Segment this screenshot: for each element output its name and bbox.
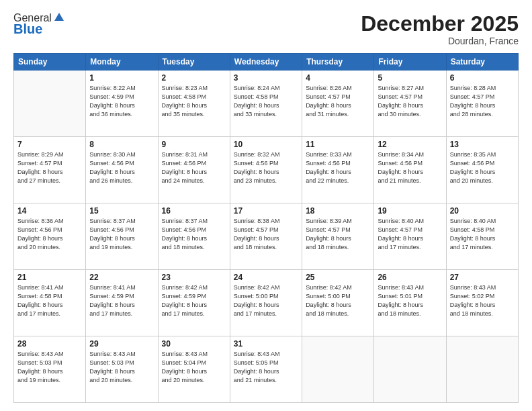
calendar-cell-w1-d4: 3Sunrise: 8:24 AMSunset: 4:58 PMDaylight… — [230, 71, 302, 137]
calendar-cell-w4-d4: 24Sunrise: 8:42 AMSunset: 5:00 PMDayligh… — [230, 270, 302, 336]
calendar-cell-w3-d5: 18Sunrise: 8:39 AMSunset: 4:57 PMDayligh… — [302, 203, 374, 270]
day-info: Sunrise: 8:24 AMSunset: 4:58 PMDaylight:… — [234, 84, 298, 119]
calendar-cell-w3-d7: 20Sunrise: 8:40 AMSunset: 4:58 PMDayligh… — [446, 203, 518, 270]
day-number: 27 — [450, 273, 515, 282]
day-number: 23 — [162, 273, 226, 282]
day-number: 26 — [378, 273, 442, 282]
calendar-cell-w5-d1: 28Sunrise: 8:43 AMSunset: 5:03 PMDayligh… — [14, 336, 86, 403]
day-info: Sunrise: 8:43 AMSunset: 5:01 PMDaylight:… — [378, 283, 442, 318]
calendar-cell-w2-d6: 12Sunrise: 8:34 AMSunset: 4:56 PMDayligh… — [374, 137, 446, 203]
day-number: 4 — [306, 73, 370, 83]
logo-blue-text: Blue — [13, 21, 42, 37]
day-info: Sunrise: 8:29 AMSunset: 4:57 PMDaylight:… — [17, 150, 82, 185]
calendar-cell-w4-d5: 25Sunrise: 8:42 AMSunset: 5:00 PMDayligh… — [302, 270, 374, 336]
calendar-cell-w3-d2: 15Sunrise: 8:37 AMSunset: 4:56 PMDayligh… — [86, 203, 158, 270]
day-number: 22 — [89, 273, 154, 282]
day-info: Sunrise: 8:33 AMSunset: 4:56 PMDaylight:… — [306, 150, 370, 185]
day-number: 30 — [162, 339, 226, 349]
calendar-cell-w5-d5 — [302, 336, 374, 403]
day-info: Sunrise: 8:40 AMSunset: 4:58 PMDaylight:… — [450, 217, 515, 252]
calendar-cell-w4-d2: 22Sunrise: 8:41 AMSunset: 4:59 PMDayligh… — [86, 270, 158, 336]
calendar-cell-w3-d4: 17Sunrise: 8:38 AMSunset: 4:57 PMDayligh… — [230, 203, 302, 270]
calendar-cell-w1-d6: 5Sunrise: 8:27 AMSunset: 4:57 PMDaylight… — [374, 71, 446, 137]
calendar-cell-w1-d5: 4Sunrise: 8:26 AMSunset: 4:57 PMDaylight… — [302, 71, 374, 137]
day-number: 10 — [234, 140, 298, 149]
calendar-cell-w5-d6 — [374, 336, 446, 403]
day-number: 7 — [17, 140, 82, 149]
col-friday: Friday — [374, 54, 446, 71]
calendar-cell-w4-d3: 23Sunrise: 8:42 AMSunset: 4:59 PMDayligh… — [158, 270, 230, 336]
day-number: 3 — [234, 73, 298, 83]
day-info: Sunrise: 8:43 AMSunset: 5:05 PMDaylight:… — [234, 350, 298, 385]
week-row-1: 1Sunrise: 8:22 AMSunset: 4:59 PMDaylight… — [14, 71, 519, 137]
calendar-cell-w3-d3: 16Sunrise: 8:37 AMSunset: 4:56 PMDayligh… — [158, 203, 230, 270]
day-info: Sunrise: 8:32 AMSunset: 4:56 PMDaylight:… — [234, 150, 298, 185]
day-info: Sunrise: 8:28 AMSunset: 4:57 PMDaylight:… — [450, 84, 515, 119]
col-sunday: Sunday — [14, 54, 86, 71]
day-info: Sunrise: 8:42 AMSunset: 5:00 PMDaylight:… — [234, 283, 298, 318]
day-number: 6 — [450, 73, 515, 83]
day-number: 18 — [306, 206, 370, 216]
day-info: Sunrise: 8:43 AMSunset: 5:02 PMDaylight:… — [450, 283, 515, 318]
logo: General Blue — [13, 12, 65, 37]
week-row-4: 21Sunrise: 8:41 AMSunset: 4:58 PMDayligh… — [14, 270, 519, 336]
svg-marker-0 — [54, 13, 64, 21]
day-number: 14 — [17, 206, 82, 216]
day-number: 2 — [162, 73, 226, 83]
day-info: Sunrise: 8:27 AMSunset: 4:57 PMDaylight:… — [378, 84, 442, 119]
day-info: Sunrise: 8:43 AMSunset: 5:04 PMDaylight:… — [162, 350, 226, 385]
day-number: 28 — [17, 339, 82, 349]
day-info: Sunrise: 8:40 AMSunset: 4:57 PMDaylight:… — [378, 217, 442, 252]
day-info: Sunrise: 8:41 AMSunset: 4:59 PMDaylight:… — [89, 283, 154, 318]
calendar-cell-w2-d5: 11Sunrise: 8:33 AMSunset: 4:56 PMDayligh… — [302, 137, 374, 203]
day-number: 11 — [306, 140, 370, 149]
day-number: 8 — [89, 140, 154, 149]
calendar-cell-w5-d2: 29Sunrise: 8:43 AMSunset: 5:03 PMDayligh… — [86, 336, 158, 403]
month-title: December 2025 — [361, 12, 519, 36]
day-number: 24 — [234, 273, 298, 282]
day-number: 13 — [450, 140, 515, 149]
day-info: Sunrise: 8:23 AMSunset: 4:58 PMDaylight:… — [162, 84, 226, 119]
calendar-cell-w4-d7: 27Sunrise: 8:43 AMSunset: 5:02 PMDayligh… — [446, 270, 518, 336]
day-number: 17 — [234, 206, 298, 216]
day-info: Sunrise: 8:30 AMSunset: 4:56 PMDaylight:… — [89, 150, 154, 185]
day-number: 16 — [162, 206, 226, 216]
day-number: 20 — [450, 206, 515, 216]
calendar-cell-w2-d3: 9Sunrise: 8:31 AMSunset: 4:56 PMDaylight… — [158, 137, 230, 203]
day-number: 29 — [89, 339, 154, 349]
day-number: 15 — [89, 206, 154, 216]
col-monday: Monday — [86, 54, 158, 71]
calendar-cell-w3-d1: 14Sunrise: 8:36 AMSunset: 4:56 PMDayligh… — [14, 203, 86, 270]
location: Dourdan, France — [361, 36, 519, 46]
day-number: 25 — [306, 273, 370, 282]
day-info: Sunrise: 8:43 AMSunset: 5:03 PMDaylight:… — [17, 350, 82, 385]
title-block: December 2025 Dourdan, France — [361, 12, 519, 46]
day-info: Sunrise: 8:38 AMSunset: 4:57 PMDaylight:… — [234, 217, 298, 252]
day-number: 19 — [378, 206, 442, 216]
calendar-cell-w2-d2: 8Sunrise: 8:30 AMSunset: 4:56 PMDaylight… — [86, 137, 158, 203]
day-info: Sunrise: 8:37 AMSunset: 4:56 PMDaylight:… — [162, 217, 226, 252]
col-thursday: Thursday — [302, 54, 374, 71]
calendar-cell-w4-d6: 26Sunrise: 8:43 AMSunset: 5:01 PMDayligh… — [374, 270, 446, 336]
calendar-cell-w2-d4: 10Sunrise: 8:32 AMSunset: 4:56 PMDayligh… — [230, 137, 302, 203]
day-info: Sunrise: 8:31 AMSunset: 4:56 PMDaylight:… — [162, 150, 226, 185]
day-info: Sunrise: 8:42 AMSunset: 4:59 PMDaylight:… — [162, 283, 226, 318]
day-info: Sunrise: 8:34 AMSunset: 4:56 PMDaylight:… — [378, 150, 442, 185]
calendar-cell-w5-d4: 31Sunrise: 8:43 AMSunset: 5:05 PMDayligh… — [230, 336, 302, 403]
calendar-table: Sunday Monday Tuesday Wednesday Thursday… — [13, 53, 519, 403]
calendar-cell-w4-d1: 21Sunrise: 8:41 AMSunset: 4:58 PMDayligh… — [14, 270, 86, 336]
calendar-cell-w5-d7 — [446, 336, 518, 403]
calendar-cell-w1-d3: 2Sunrise: 8:23 AMSunset: 4:58 PMDaylight… — [158, 71, 230, 137]
calendar-header-row: Sunday Monday Tuesday Wednesday Thursday… — [14, 54, 519, 71]
day-info: Sunrise: 8:36 AMSunset: 4:56 PMDaylight:… — [17, 217, 82, 252]
week-row-3: 14Sunrise: 8:36 AMSunset: 4:56 PMDayligh… — [14, 203, 519, 270]
day-info: Sunrise: 8:41 AMSunset: 4:58 PMDaylight:… — [17, 283, 82, 318]
calendar-cell-w2-d7: 13Sunrise: 8:35 AMSunset: 4:56 PMDayligh… — [446, 137, 518, 203]
page: General Blue December 2025 Dourdan, Fran… — [0, 0, 532, 411]
calendar-cell-w1-d7: 6Sunrise: 8:28 AMSunset: 4:57 PMDaylight… — [446, 71, 518, 137]
week-row-2: 7Sunrise: 8:29 AMSunset: 4:57 PMDaylight… — [14, 137, 519, 203]
col-saturday: Saturday — [446, 54, 518, 71]
day-number: 31 — [234, 339, 298, 349]
day-info: Sunrise: 8:43 AMSunset: 5:03 PMDaylight:… — [89, 350, 154, 385]
day-number: 21 — [17, 273, 82, 282]
